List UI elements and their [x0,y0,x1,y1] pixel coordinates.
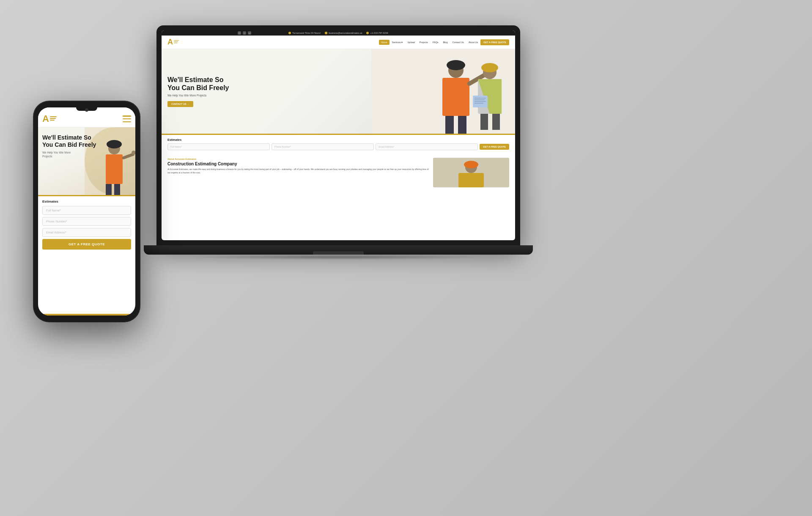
svg-rect-21 [458,173,484,187]
menu-bar-3 [123,121,131,123]
nav-item-projects[interactable]: Projects [417,40,430,45]
phone-hero: We'll Estimate So You Can Bid Freely We … [38,127,135,195]
phone-camera [85,108,88,112]
nav-item-faqs[interactable]: FAQs [431,40,441,45]
phone-phone-placeholder: Phone Number* [46,220,67,223]
phone-fullname-placeholder: Full Name* [46,209,61,212]
about-tag: About Accurate Estimates [167,158,429,160]
phone-logo-letter: A [42,113,49,124]
phone-estimates-label: Estimates [42,200,131,203]
svg-rect-12 [480,114,488,130]
email-placeholder: Email Address* [379,145,394,148]
hero-title-line2: You Can Bid Freely [167,84,229,91]
logo-letter: A [167,38,173,47]
menu-bar-1 [123,115,131,117]
phone-hero-subtitle: We Help You Win More Projects [42,151,131,158]
phone-logo-line-1 [50,116,57,117]
site-nav: Home Services ▾ Upload Projects FAQs Blo… [379,39,509,45]
estimates-label: Estimates [167,138,509,141]
laptop-shadow [190,255,486,260]
about-section: About Accurate Estimates Construction Es… [162,154,515,192]
phone-text: +1-210-787-3234 [370,32,388,34]
laptop-website: Ⓘ f in Turnaround Time 24 Hours! busines… [162,30,515,240]
nav-item-blog[interactable]: Blog [441,40,450,45]
phone-submit-button[interactable]: GET A FREE QUOTE [42,239,131,250]
phone-icon [366,32,369,34]
facebook-icon[interactable]: f [243,31,246,35]
about-text-block: About Accurate Estimates Construction Es… [167,158,429,187]
estimates-form: Full Name* Phone Number* Email Address* … [167,143,509,150]
phone-fullname-input[interactable]: Full Name* [42,206,131,215]
nav-item-upload[interactable]: Upload [405,40,417,45]
logo-line-1 [174,40,179,41]
estimates-section: Estimates Full Name* Phone Number* Email… [162,134,515,154]
phone-logo-lines [50,116,57,121]
nav-item-about[interactable]: About Us [466,40,480,45]
full-name-input[interactable]: Full Name* [167,143,270,150]
phone-info: +1-210-787-3234 [366,32,388,34]
menu-bar-2 [123,118,131,120]
phone-hero-line2: You Can Bid Freely [42,141,96,148]
logo-line-2 [174,41,178,42]
nav-item-home[interactable]: Home [379,40,390,45]
phone-logo-line-3 [50,120,55,121]
svg-point-22 [464,161,478,168]
email-info: business@accurateestimates.us [325,32,362,34]
phone-email-input[interactable]: Email Address* [42,228,131,237]
phone-placeholder: Phone Number* [274,145,291,148]
phone-shell: A [34,102,140,321]
laptop-shell: Ⓘ f in Turnaround Time 24 Hours! busines… [156,25,520,245]
phone-screen: A [38,107,135,316]
phone-hero-content: We'll Estimate So You Can Bid Freely We … [38,127,135,165]
instagram-icon[interactable]: Ⓘ [238,31,241,35]
svg-rect-28 [114,184,120,195]
phone-input[interactable]: Phone Number* [272,143,374,150]
about-worker-svg [433,158,509,187]
phone-bottom-bar [38,314,135,316]
svg-rect-7 [458,116,466,134]
site-topbar: Ⓘ f in Turnaround Time 24 Hours! busines… [162,30,515,36]
phone-logo: A [42,113,57,124]
nav-item-contact[interactable]: Contact Us [450,40,466,45]
site-navbar: A Home Services ▾ Upload Projects [162,36,515,49]
phone-sub-line1: We Help You Win More [42,151,71,154]
phone-device: A [34,102,140,321]
laptop-base [144,245,533,255]
email-icon [325,32,327,34]
email-text: business@accurateestimates.us [329,32,362,34]
hero-cta-button[interactable]: CONTACT US → [167,101,193,107]
logo-line-3 [174,43,177,44]
phone-estimates: Estimates Full Name* Phone Number* Email… [38,196,135,253]
nav-item-services[interactable]: Services ▾ [390,40,405,45]
clock-icon [288,32,291,34]
hero-title: We'll Estimate So You Can Bid Freely [167,76,509,92]
email-input[interactable]: Email Address* [376,143,478,150]
phone-website: A [38,107,135,316]
phone-email-placeholder: Email Address* [46,231,66,234]
about-image [433,158,509,187]
turnaround-text: Turnaround Time 24 Hours! [292,32,321,34]
hero-cta-label: CONTACT US → [171,103,189,105]
site-hero: We'll Estimate So You Can Bid Freely We … [162,49,515,134]
about-title: Construction Estimating Company [167,162,429,166]
nav-cta-button[interactable]: GET A FREE QUOTE [480,39,509,45]
linkedin-icon[interactable]: in [248,31,251,35]
turnaround-info: Turnaround Time 24 Hours! [288,32,321,34]
svg-rect-27 [106,184,112,195]
phone-phone-input[interactable]: Phone Number* [42,217,131,226]
hero-content: We'll Estimate So You Can Bid Freely We … [162,67,515,115]
phone-hero-title: We'll Estimate So You Can Bid Freely [42,134,131,148]
laptop-device: Ⓘ f in Turnaround Time 24 Hours! busines… [156,25,520,262]
phone-hero-line1: We'll Estimate So [42,134,91,141]
svg-rect-13 [492,114,500,130]
scene: Ⓘ f in Turnaround Time 24 Hours! busines… [0,0,812,516]
svg-rect-6 [445,116,454,134]
hero-title-line1: We'll Estimate So [167,76,223,83]
phone-sub-line2: Projects [42,155,52,158]
site-logo: A [167,38,179,47]
hero-subtitle: We Help You Win More Projects [167,94,509,97]
logo-lines [174,40,179,44]
estimates-submit-button[interactable]: GET A FREE QUOTE [480,144,509,150]
about-body: At Accurate Estimates, we make life easy… [167,168,429,174]
hamburger-menu-button[interactable] [123,115,131,122]
